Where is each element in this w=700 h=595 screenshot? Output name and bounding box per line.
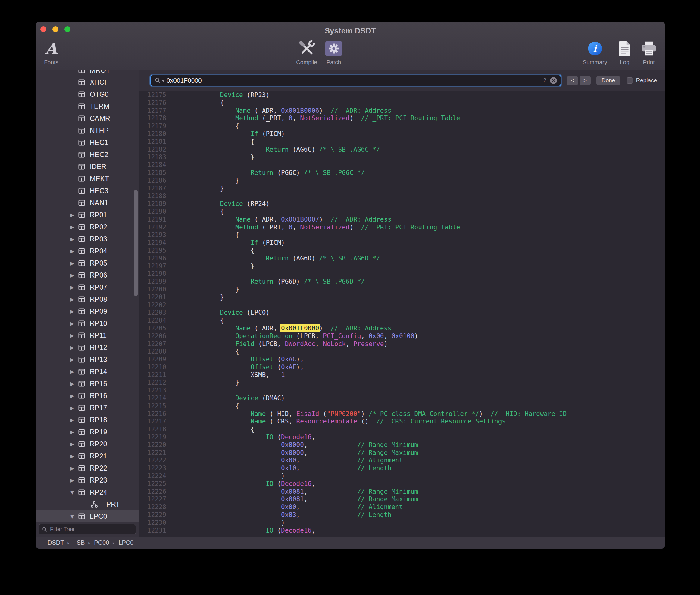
code-line[interactable]: 12204 {	[139, 317, 665, 324]
disclosure-triangle[interactable]: ▶	[67, 248, 78, 254]
code-line[interactable]: 12178 Method (_PRT, 0, NotSerialized) //…	[139, 115, 665, 122]
code-line[interactable]: 12221 0x0000, // Range Maximum	[139, 449, 665, 457]
disclosure-triangle[interactable]: ▶	[67, 465, 78, 471]
code-line[interactable]: 12184	[139, 161, 665, 169]
disclosure-triangle[interactable]: ▶	[67, 429, 78, 435]
breadcrumb-item[interactable]: LPC0	[118, 539, 133, 546]
code-line[interactable]: 12195 {	[139, 247, 665, 255]
code-line[interactable]: 12219 IO (Decode16,	[139, 433, 665, 441]
tree-item[interactable]: ▶ RP16	[35, 390, 139, 402]
disclosure-triangle[interactable]: ▶	[67, 417, 78, 423]
code-line[interactable]: 12196 Return (AG6D) /* \_SB_.AG6D */	[139, 255, 665, 262]
tree-item[interactable]: ▶ RP02	[35, 221, 139, 233]
code-line[interactable]: 12179 {	[139, 122, 665, 130]
patch-button[interactable]: Patch	[325, 39, 342, 65]
code-line[interactable]: 12175 Device (RP23)	[139, 91, 665, 99]
tree-item[interactable]: ▶ RP19	[35, 426, 139, 438]
code-line[interactable]: 12209 Offset (0xAC),	[139, 356, 665, 364]
code-line[interactable]: 12185 Return (PG6C) /* \_SB_.PG6C */	[139, 169, 665, 177]
disclosure-triangle[interactable]: ▶	[67, 405, 78, 411]
breadcrumb-item[interactable]: PC00	[94, 539, 109, 546]
code-line[interactable]: 12213	[139, 387, 665, 395]
replace-checkbox[interactable]	[627, 78, 633, 84]
code-line[interactable]: 12216 Name (_HID, EisaId ("PNP0200") /* …	[139, 410, 665, 418]
disclosure-triangle[interactable]: ▶	[67, 453, 78, 459]
tree-item[interactable]: ▶ RP14	[35, 366, 139, 378]
tree-item[interactable]: ▶ RP01	[35, 209, 139, 221]
code-line[interactable]: 12202	[139, 302, 665, 309]
tree-item[interactable]: ▶ RP12	[35, 341, 139, 353]
fonts-button[interactable]: A Fonts	[44, 39, 58, 65]
search-input[interactable]: 0x001F0000 2	[150, 75, 561, 86]
tree-item[interactable]: ▼ LPC0	[35, 510, 139, 522]
code-line[interactable]: 12215 {	[139, 402, 665, 410]
tree-item[interactable]: ▶ RP04	[35, 245, 139, 257]
code-line[interactable]: 12222 0x00, // Alignment	[139, 457, 665, 464]
code-line[interactable]: 12183 }	[139, 153, 665, 161]
tree-item[interactable]: _PRT	[35, 498, 139, 510]
disclosure-triangle[interactable]: ▶	[67, 309, 78, 314]
code-line[interactable]: 12194 If (PICM)	[139, 239, 665, 247]
tree-item[interactable]: HEC1	[35, 137, 139, 149]
tree-item[interactable]: XHCI	[35, 76, 139, 88]
tree-item[interactable]: ▼ RP24	[35, 486, 139, 498]
disclosure-triangle[interactable]: ▶	[67, 381, 78, 387]
tree-item[interactable]: HEC3	[35, 185, 139, 197]
code-line[interactable]: 12229 0x03, // Length	[139, 511, 665, 519]
done-button[interactable]: Done	[597, 76, 620, 85]
tree-item[interactable]: ▶ RP22	[35, 462, 139, 474]
disclosure-triangle[interactable]: ▶	[67, 224, 78, 230]
code-line[interactable]: 12180 If (PICM)	[139, 130, 665, 138]
disclosure-triangle[interactable]: ▶	[67, 369, 78, 375]
code-line[interactable]: 12212 }	[139, 379, 665, 387]
tree-item[interactable]: ▶ RP07	[35, 281, 139, 293]
tree-item[interactable]: ▶ RP09	[35, 305, 139, 317]
code-line[interactable]: 12177 Name (_ADR, 0x001B0006) // _ADR: A…	[139, 107, 665, 115]
code-line[interactable]: 12192 Method (_PRT, 0, NotSerialized) //…	[139, 224, 665, 231]
code-line[interactable]: 12205 Name (_ADR, 0x001F0000) // _ADR: A…	[139, 324, 665, 333]
print-button[interactable]: Print	[640, 39, 657, 65]
tree-item[interactable]: ▶ RP08	[35, 293, 139, 305]
tree-item[interactable]: MEKT	[35, 173, 139, 185]
code-line[interactable]: 12186 }	[139, 177, 665, 185]
code-line[interactable]: 12190 {	[139, 208, 665, 216]
code-line[interactable]: 12210 Offset (0xAE),	[139, 364, 665, 371]
code-line[interactable]: 12217 Name (_CRS, ResourceTemplate () //…	[139, 418, 665, 426]
disclosure-triangle[interactable]: ▶	[67, 212, 78, 218]
code-line[interactable]: 12176 {	[139, 99, 665, 107]
disclosure-triangle[interactable]: ▶	[67, 285, 78, 290]
disclosure-triangle[interactable]: ▶	[67, 333, 78, 339]
code-line[interactable]: 12201 }	[139, 293, 665, 302]
disclosure-triangle[interactable]: ▶	[67, 393, 78, 399]
code-line[interactable]: 12181 {	[139, 138, 665, 146]
code-line[interactable]: 12203 Device (LPC0)	[139, 309, 665, 317]
code-line[interactable]: 12207 Field (LPCB, DWordAcc, NoLock, Pre…	[139, 340, 665, 348]
disclosure-triangle[interactable]: ▶	[67, 273, 78, 278]
find-previous-button[interactable]: <	[567, 76, 578, 85]
tree-item[interactable]: MROT	[35, 70, 139, 76]
sidebar-scrollbar[interactable]	[134, 190, 138, 296]
code-line[interactable]: 12220 0x0000, // Range Minimum	[139, 441, 665, 449]
tree-item[interactable]: IDER	[35, 161, 139, 173]
code-line[interactable]: 12197 }	[139, 262, 665, 271]
code-line[interactable]: 12198	[139, 270, 665, 278]
code-line[interactable]: 12206 OperationRegion (LPCB, PCI_Config,…	[139, 333, 665, 340]
tree-item[interactable]: ▶ RP18	[35, 414, 139, 426]
disclosure-triangle[interactable]: ▶	[67, 345, 78, 350]
code-line[interactable]: 12199 Return (PG6D) /* \_SB_.PG6D */	[139, 278, 665, 286]
code-line[interactable]: 12230 )	[139, 519, 665, 527]
code-line[interactable]: 12231 IO (Decode16,	[139, 527, 665, 535]
tree-item[interactable]: OTG0	[35, 88, 139, 101]
tree-item[interactable]: ▶ RP11	[35, 330, 139, 341]
compile-button[interactable]: Compile	[296, 39, 317, 65]
code-line[interactable]: 12228 0x00, // Alignment	[139, 503, 665, 511]
code-line[interactable]: 12191 Name (_ADR, 0x001B0007) // _ADR: A…	[139, 216, 665, 224]
breadcrumb-item[interactable]: DSDT	[48, 539, 64, 546]
code-line[interactable]: 12182 Return (AG6C) /* \_SB_.AG6C */	[139, 146, 665, 154]
tree-item[interactable]: ▶ RP05	[35, 257, 139, 269]
code-line[interactable]: 12223 0x10, // Length	[139, 464, 665, 472]
code-line[interactable]: 12227 0x0081, // Range Maximum	[139, 495, 665, 503]
code-line[interactable]: 12225 IO (Decode16,	[139, 480, 665, 488]
tree-item[interactable]: NTHP	[35, 124, 139, 137]
code-line[interactable]: 12214 Device (DMAC)	[139, 395, 665, 402]
